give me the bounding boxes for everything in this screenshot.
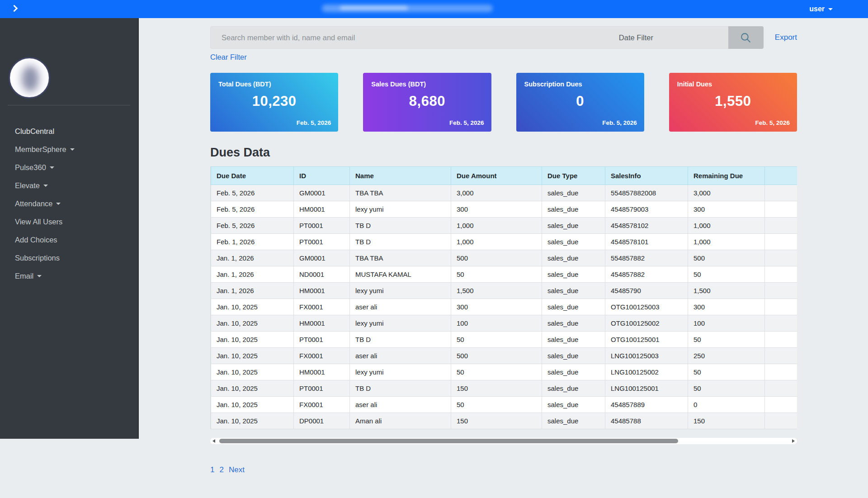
table-cell: 3,000: [688, 185, 765, 201]
table-cell: 1,500: [688, 283, 765, 299]
sidebar-item-elevate[interactable]: Elevate: [15, 176, 134, 194]
table-cell: PT0001: [294, 234, 350, 250]
clear-filter-link[interactable]: Clear Filter: [210, 53, 247, 62]
dues-table-container: Due DateIDNameDue AmountDue TypeSalesInf…: [210, 166, 797, 429]
table-cell: sales_due: [542, 201, 605, 218]
sidebar-item-membersphere[interactable]: MemberSphere: [15, 140, 134, 158]
table-row: Jan. 10, 2025DP0001Aman ali150sales_due4…: [211, 413, 797, 429]
table-cell: [765, 283, 797, 299]
table-cell: [765, 185, 797, 201]
sidebar-item-add-choices[interactable]: Add Choices: [15, 231, 134, 249]
table-cell: 250: [688, 348, 765, 364]
table-cell: TB D: [350, 332, 451, 348]
table-cell: 300: [451, 299, 542, 315]
table-cell: Feb. 1, 2026: [211, 234, 294, 250]
table-cell: TBA TBA: [350, 185, 451, 201]
table-cell: [765, 380, 797, 397]
table-cell: 1,000: [688, 218, 765, 234]
scrollbar-thumb[interactable]: [219, 439, 678, 443]
page-title: Dues Data: [210, 146, 797, 160]
table-cell: FX0001: [294, 348, 350, 364]
sidebar-item-label: Pulse360: [15, 163, 46, 172]
sidebar-toggle-chevron-icon[interactable]: [11, 5, 18, 12]
table-row: Jan. 10, 2025HM0001lexy yumi100sales_due…: [211, 315, 797, 332]
sidebar-item-subscriptions[interactable]: Subscriptions: [15, 249, 134, 267]
table-cell: 50: [688, 364, 765, 380]
column-header: ID: [294, 167, 350, 185]
search-icon: [740, 32, 752, 44]
table-cell: sales_due: [542, 315, 605, 332]
table-cell: MUSTAFA KAMAL: [350, 266, 451, 283]
table-cell: FX0001: [294, 397, 350, 413]
table-row: Feb. 1, 2026PT0001TB D1,000sales_due4548…: [211, 234, 797, 250]
stat-card-value: 0: [516, 93, 644, 109]
next-page-link[interactable]: Next: [229, 465, 245, 474]
search-input[interactable]: [210, 26, 608, 49]
table-cell: [765, 413, 797, 429]
sidebar-item-clubcentral[interactable]: ClubCentral: [15, 122, 134, 140]
table-cell: 150: [451, 413, 542, 429]
table-cell: 50: [688, 380, 765, 397]
table-cell: [765, 250, 797, 266]
table-cell: sales_due: [542, 234, 605, 250]
search-button[interactable]: [728, 26, 764, 49]
table-cell: aser ali: [350, 348, 451, 364]
pagination: 12Next: [210, 465, 797, 474]
sidebar-item-pulse360[interactable]: Pulse360: [15, 158, 134, 176]
stat-card-date: Feb. 5, 2026: [602, 119, 637, 126]
table-cell: 1,000: [451, 234, 542, 250]
table-cell: 50: [688, 332, 765, 348]
stat-card: Subscription Dues0Feb. 5, 2026: [516, 73, 644, 132]
column-header: Due Type: [542, 167, 605, 185]
table-cell: LNG100125003: [605, 348, 688, 364]
table-cell: Jan. 10, 2025: [211, 413, 294, 429]
table-cell: sales_due: [542, 380, 605, 397]
sidebar-item-label: Elevate: [15, 181, 40, 190]
user-menu[interactable]: user: [809, 0, 833, 18]
table-cell: 4548578101: [605, 234, 688, 250]
sidebar-item-attendance[interactable]: Attendance: [15, 194, 134, 213]
table-cell: 1,000: [688, 234, 765, 250]
table-cell: [765, 332, 797, 348]
table-cell: 3,000: [451, 185, 542, 201]
page-link-1[interactable]: 1: [210, 465, 214, 474]
table-cell: aser ali: [350, 299, 451, 315]
table-cell: sales_due: [542, 332, 605, 348]
table-cell: 150: [688, 413, 765, 429]
table-cell: 500: [451, 348, 542, 364]
date-filter-input[interactable]: [608, 26, 728, 49]
table-cell: 300: [451, 201, 542, 218]
table-cell: Jan. 1, 2026: [211, 266, 294, 283]
table-cell: 554857882008: [605, 185, 688, 201]
page-link-2[interactable]: 2: [219, 465, 223, 474]
sidebar-item-view-all-users[interactable]: View All Users: [15, 213, 134, 231]
table-cell: sales_due: [542, 348, 605, 364]
table-cell: OTG100125002: [605, 315, 688, 332]
table-cell: TB D: [350, 218, 451, 234]
stat-card-date: Feb. 5, 2026: [297, 119, 331, 126]
table-cell: Jan. 10, 2025: [211, 299, 294, 315]
table-cell: Feb. 5, 2026: [211, 218, 294, 234]
chevron-down-icon: [56, 203, 61, 205]
scroll-right-arrow-icon[interactable]: [792, 439, 795, 443]
chevron-down-icon: [828, 8, 833, 10]
export-link[interactable]: Export: [775, 33, 797, 42]
table-cell: 454857889: [605, 397, 688, 413]
avatar-image-blur: [22, 66, 39, 92]
stat-card-value: 8,680: [363, 93, 491, 109]
scroll-left-arrow-icon[interactable]: [212, 439, 215, 443]
user-menu-label: user: [809, 5, 825, 13]
table-cell: 500: [688, 250, 765, 266]
table-cell: 454857882: [605, 266, 688, 283]
table-cell: [765, 397, 797, 413]
table-cell: PT0001: [294, 332, 350, 348]
stat-card-value: 10,230: [210, 93, 338, 109]
toolbar: Export: [210, 26, 797, 49]
table-cell: lexy yumi: [350, 283, 451, 299]
table-cell: 100: [688, 315, 765, 332]
table-cell: ND0001: [294, 266, 350, 283]
sidebar-item-email[interactable]: Email: [15, 267, 134, 285]
avatar[interactable]: [9, 57, 50, 99]
table-row: Feb. 5, 2026PT0001TB D1,000sales_due4548…: [211, 218, 797, 234]
horizontal-scrollbar[interactable]: [210, 438, 797, 444]
